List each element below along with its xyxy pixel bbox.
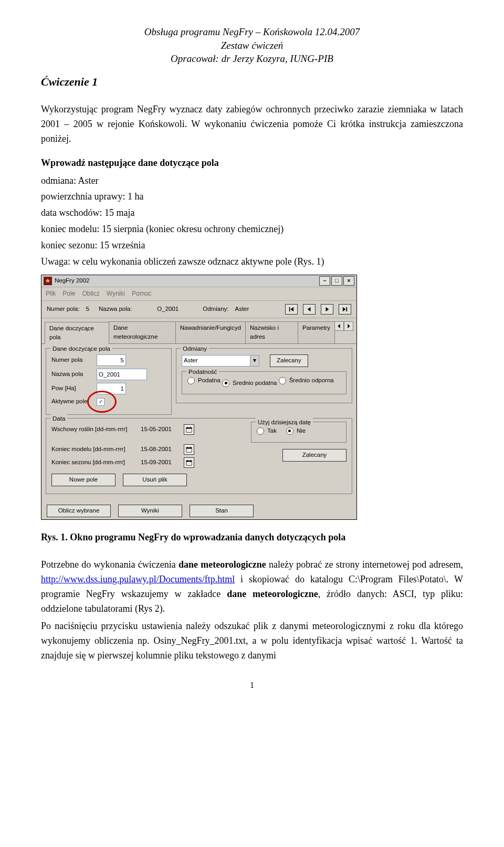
maximize-button[interactable]: □ xyxy=(331,276,342,286)
paragraph-2: Potrzebne do wykonania ćwiczenia dane me… xyxy=(41,558,463,616)
input-data-list: odmiana: Aster powierzchnia uprawy: 1 ha… xyxy=(41,174,463,269)
oblicz-wybrane-button[interactable]: Oblicz wybrane xyxy=(47,505,111,517)
app-icon xyxy=(44,277,52,285)
menu-oblicz[interactable]: Oblicz xyxy=(82,289,99,299)
chevron-down-icon: ▾ xyxy=(250,355,259,366)
zalecany-button[interactable]: Zalecany xyxy=(270,354,308,367)
negfry-window: NegFry 2002 – □ × Plik Pole Oblicz Wynik… xyxy=(41,275,357,520)
calendar-icon[interactable] xyxy=(184,444,194,455)
nav-last-button[interactable] xyxy=(339,304,351,315)
svg-rect-2 xyxy=(187,427,188,428)
nav-first-button[interactable] xyxy=(285,304,298,315)
menu-pomoc[interactable]: Pomoc xyxy=(132,289,151,299)
line-wschody: data wschodów: 15 maja xyxy=(41,206,463,221)
wyniki-button[interactable]: Wyniki xyxy=(118,505,182,517)
input-pow[interactable] xyxy=(97,383,126,394)
tab-scroll-right[interactable] xyxy=(344,321,353,331)
stan-button[interactable]: Stan xyxy=(190,505,254,517)
label-pow: Pow [Ha] xyxy=(51,384,97,393)
label-numer-pola: Numer pola xyxy=(51,355,97,365)
window-title: NegFry 2002 xyxy=(55,276,89,286)
group-dane-pola: Dane doczycące pola Numer pola Nazwa pol… xyxy=(46,348,172,415)
infobar-numer-label: Numer pola: xyxy=(47,305,80,314)
tab-nazwisko[interactable]: Nazwisko i adres xyxy=(245,321,298,344)
label-nazwa-pola: Nazwa pola xyxy=(51,370,97,379)
bottom-button-row: Oblicz wybrane Wyniki Stan xyxy=(41,501,356,519)
svg-rect-11 xyxy=(190,460,191,461)
nav-prev-button[interactable] xyxy=(303,304,316,315)
label-aktywne: Aktywne pole xyxy=(51,397,97,406)
intro-paragraph: Wykorzystując program NegFry wyznacz dat… xyxy=(41,102,463,147)
doc-header: Obsługa programu NegFry – Końskowola 12.… xyxy=(41,25,463,66)
legend-odmiany: Odmiany xyxy=(181,344,209,354)
tab-parametry[interactable]: Parametry xyxy=(298,321,335,344)
calendar-icon[interactable] xyxy=(184,457,194,468)
menu-wyniki[interactable]: Wyniki xyxy=(107,289,125,299)
radio-tak[interactable]: Tak xyxy=(257,426,277,436)
infobar-odmiany-label: Odmiany: xyxy=(203,305,228,314)
infobar-numer-value: 5 xyxy=(86,305,89,314)
svg-rect-10 xyxy=(187,460,188,461)
zalecany-button-2[interactable]: Zalecany xyxy=(282,449,346,462)
input-data-heading: Wprowadź następujące dane dotyczące pola xyxy=(41,156,463,171)
paragraph-3: Po naciśnięciu przycisku ustawienia nale… xyxy=(41,619,463,663)
input-nazwa-pola[interactable] xyxy=(97,369,147,380)
svg-rect-3 xyxy=(190,427,191,428)
calendar-icon[interactable] xyxy=(184,424,194,435)
minimize-button[interactable]: – xyxy=(319,276,330,286)
legend-podatnosc: Podatność xyxy=(186,368,219,377)
tab-dane-pola[interactable]: Dane doczycące pola xyxy=(45,322,109,344)
close-button[interactable]: × xyxy=(343,276,354,286)
line-odmiana: odmiana: Aster xyxy=(41,174,463,189)
infobar-nazwa-value: O_2001 xyxy=(157,305,178,314)
group-odmiany: Odmiany Aster ▾ Zalecany Podatność Podat… xyxy=(176,348,352,403)
header-line-1: Obsługa programu NegFry – Końskowola 12.… xyxy=(41,25,463,39)
radio-srednio-podatna[interactable]: Srednio podatna xyxy=(222,379,277,388)
infobar-nazwa-label: Nazwa pola: xyxy=(99,305,132,314)
line-koniec-sezonu: koniec sezonu: 15 września xyxy=(41,238,463,253)
menubar: Plik Pole Oblicz Wyniki Pomoc xyxy=(41,287,356,301)
input-numer-pola[interactable] xyxy=(97,354,126,366)
infobar-odmiany-value: Aster xyxy=(235,305,249,314)
tab-scroll-left[interactable] xyxy=(334,321,344,331)
infobar: Numer pola: 5 Nazwa pola: O_2001 Odmiany… xyxy=(41,301,356,318)
figure-caption: Rys. 1. Okno programu NegFry do wprowadz… xyxy=(41,530,463,545)
select-odmiana-value: Aster xyxy=(184,356,198,365)
legend-data: Data xyxy=(50,414,67,424)
tab-content: Dane doczycące pola Numer pola Nazwa pol… xyxy=(41,344,356,501)
radio-srednio-odporna[interactable]: Średnio odporna xyxy=(279,376,334,385)
group-uzyj-date: Użyj dzisiejszą datę Tak Nie xyxy=(251,422,346,443)
line-pow: powierzchnia uprawy: 1 ha xyxy=(41,190,463,204)
titlebar: NegFry 2002 – □ × xyxy=(41,275,356,287)
legend-uzyj-date: Użyj dzisiejszą datę xyxy=(256,418,313,427)
usun-plik-button[interactable]: Usuń plik xyxy=(123,474,187,486)
header-line-3: Opracował: dr Jerzy Kozyra, IUNG-PIB xyxy=(41,52,463,66)
label-koniec-modelu: Koniec modelu [dd-mm-rrrr] xyxy=(51,445,141,454)
header-line-2: Zestaw ćwiczeń xyxy=(41,39,463,53)
nav-next-button[interactable] xyxy=(321,304,333,315)
label-koniec-sezonu: Koniec sezonu [dd-mm-rrrr] xyxy=(51,458,141,467)
menu-pole[interactable]: Pole xyxy=(62,289,75,299)
value-koniec-modelu: 15-08-2001 xyxy=(141,445,181,454)
value-koniec-sezonu: 15-09-2001 xyxy=(141,458,181,467)
line-uwaga: Uwaga: w celu wykonania obliczeń zawsze … xyxy=(41,255,463,269)
menu-plik[interactable]: Plik xyxy=(46,289,56,299)
group-podatnosc: Podatność Podatna Srednio podatna Średni… xyxy=(182,371,346,394)
line-koniec-modelu: koniec modelu: 15 sierpnia (koniec okres… xyxy=(41,222,463,237)
svg-rect-7 xyxy=(190,447,191,448)
select-odmiana[interactable]: Aster ▾ xyxy=(182,355,259,367)
legend-dane-pola: Dane doczycące pola xyxy=(50,344,112,354)
tab-dane-meteo[interactable]: Dane meteorologiczne xyxy=(109,321,176,344)
link-dss[interactable]: http://www.dss.iung.pulawy.pl/Documents/… xyxy=(41,574,235,584)
page-number: 1 xyxy=(41,679,463,692)
radio-podatna[interactable]: Podatna xyxy=(187,376,220,385)
value-wschody: 15-05-2001 xyxy=(141,425,181,434)
group-data: Data Wschowy roślin [dd-mm-rrrr] 15-05-2… xyxy=(46,418,352,494)
exercise-title: Ćwiczenie 1 xyxy=(41,73,463,91)
tabstrip: Dane doczycące pola Dane meteorologiczne… xyxy=(41,318,356,344)
tab-nawadnianie[interactable]: Nawadnianie/Fungicyd xyxy=(175,321,246,344)
checkbox-aktywne[interactable]: ✓ xyxy=(97,398,104,406)
nowe-pole-button[interactable]: Nowe pole xyxy=(51,474,116,486)
radio-nie[interactable]: Nie xyxy=(286,426,306,436)
svg-rect-6 xyxy=(187,447,188,448)
